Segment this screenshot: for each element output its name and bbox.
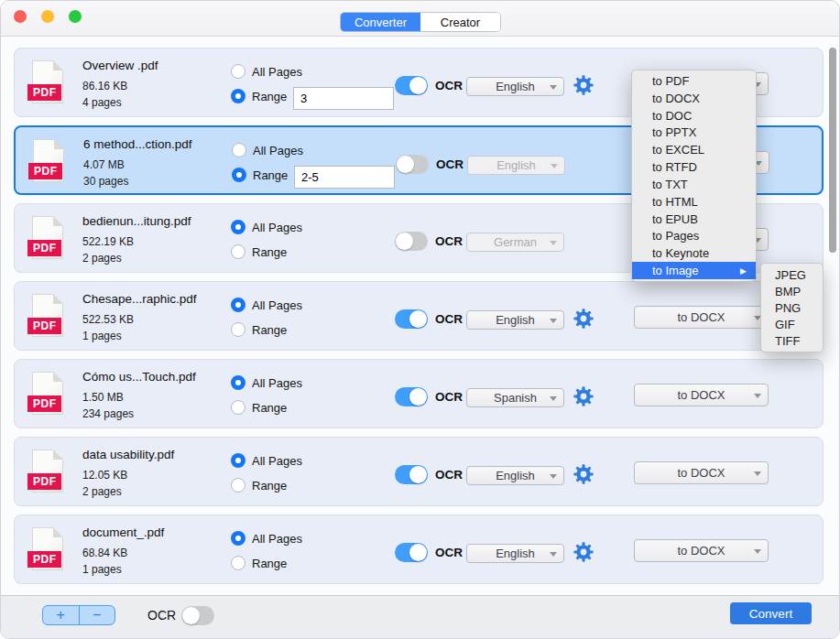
- menu-item[interactable]: to PDF: [632, 72, 756, 90]
- all-pages-label: All Pages: [253, 144, 303, 157]
- menu-item[interactable]: to PPTX: [632, 124, 756, 141]
- ocr-label: OCR: [435, 79, 463, 92]
- gear-icon[interactable]: [573, 542, 594, 562]
- file-size: 4.07 MB: [83, 158, 125, 171]
- range-radio[interactable]: Range: [231, 89, 287, 103]
- chevron-down-icon: [754, 549, 761, 554]
- file-name: data usability.pdf: [82, 448, 174, 461]
- pdf-badge: PDF: [27, 551, 61, 568]
- file-page-count: 4 pages: [82, 96, 122, 109]
- language-dropdown[interactable]: English: [467, 156, 565, 175]
- range-radio[interactable]: Range: [231, 478, 287, 493]
- all-pages-label: All Pages: [252, 532, 302, 546]
- output-format-value: to DOCX: [677, 544, 725, 558]
- file-row[interactable]: PDF document_.pdf 68.84 KB 1 pages All P…: [14, 514, 824, 584]
- ocr-toggle[interactable]: [395, 543, 428, 562]
- file-size: 12.05 KB: [82, 469, 127, 482]
- global-ocr-toggle[interactable]: [181, 606, 214, 625]
- menu-item[interactable]: to DOC: [632, 107, 756, 125]
- language-dropdown[interactable]: English: [466, 544, 564, 563]
- language-dropdown[interactable]: English: [466, 310, 564, 330]
- output-format-dropdown[interactable]: to DOCX: [634, 384, 769, 406]
- ocr-toggle[interactable]: [395, 232, 428, 251]
- all-pages-radio[interactable]: All Pages: [231, 375, 302, 390]
- zoom-button[interactable]: [69, 10, 82, 23]
- all-pages-radio[interactable]: All Pages: [231, 64, 302, 79]
- menu-item[interactable]: to DOCX: [632, 90, 756, 107]
- ocr-label: OCR: [435, 390, 463, 404]
- language-value: English: [496, 547, 535, 560]
- mode-segmented-control: Converter Creator: [340, 12, 501, 32]
- all-pages-radio[interactable]: All Pages: [231, 453, 302, 468]
- ocr-toggle[interactable]: [396, 155, 429, 174]
- range-label: Range: [252, 557, 287, 570]
- ocr-toggle[interactable]: [395, 76, 428, 95]
- file-row[interactable]: PDF Chesape...raphic.pdf 522.53 KB 1 pag…: [14, 281, 824, 351]
- output-format-menu: to PDFto DOCXto DOCto PPTXto EXCELto RTF…: [631, 70, 757, 282]
- all-pages-radio[interactable]: All Pages: [232, 143, 303, 157]
- file-size: 522.19 KB: [82, 235, 134, 248]
- menu-item[interactable]: to EPUB: [632, 211, 756, 228]
- submenu-item[interactable]: PNG: [761, 299, 823, 316]
- submenu-arrow-icon: ▶: [740, 266, 747, 276]
- ocr-toggle[interactable]: [395, 387, 428, 406]
- language-dropdown[interactable]: English: [466, 466, 564, 485]
- range-radio[interactable]: Range: [231, 556, 287, 570]
- submenu-item[interactable]: TIFF: [761, 332, 823, 349]
- range-radio[interactable]: Range: [231, 322, 287, 337]
- image-format-submenu: JPEGBMPPNGGIFTIFF: [760, 263, 824, 352]
- output-format-dropdown[interactable]: to DOCX: [634, 461, 769, 484]
- close-button[interactable]: [14, 10, 27, 23]
- file-name: document_.pdf: [82, 525, 164, 539]
- tab-converter[interactable]: Converter: [341, 13, 420, 31]
- gear-icon[interactable]: [573, 75, 594, 95]
- menu-item[interactable]: to Keynote: [632, 244, 756, 262]
- file-page-count: 1 pages: [82, 330, 122, 342]
- submenu-item[interactable]: GIF: [761, 316, 823, 332]
- add-file-button[interactable]: +: [43, 606, 79, 624]
- radio-icon: [231, 298, 245, 312]
- remove-file-button[interactable]: −: [79, 606, 115, 624]
- gear-icon[interactable]: [573, 464, 594, 484]
- submenu-item[interactable]: BMP: [761, 283, 823, 299]
- file-size: 1.50 MB: [82, 391, 124, 404]
- range-radio[interactable]: Range: [231, 400, 287, 415]
- file-name: 6 method...ction.pdf: [83, 137, 192, 151]
- submenu-item[interactable]: JPEG: [761, 266, 823, 283]
- footer-bar: + − OCR Convert: [1, 595, 839, 638]
- menu-item[interactable]: to HTML: [632, 193, 756, 211]
- scrollbar-thumb[interactable]: [829, 48, 836, 253]
- menu-item[interactable]: to RTFD: [632, 158, 756, 176]
- all-pages-radio[interactable]: All Pages: [231, 220, 302, 234]
- tab-creator[interactable]: Creator: [420, 13, 500, 31]
- output-format-dropdown[interactable]: to DOCX: [634, 306, 769, 329]
- convert-button[interactable]: Convert: [730, 602, 812, 624]
- language-dropdown[interactable]: Spanish: [466, 388, 564, 407]
- menu-item[interactable]: to EXCEL: [632, 141, 756, 158]
- radio-icon: [231, 400, 245, 415]
- minimize-button[interactable]: [41, 10, 54, 23]
- file-page-count: 1 pages: [82, 563, 122, 576]
- language-dropdown[interactable]: German: [466, 233, 564, 252]
- gear-icon[interactable]: [573, 386, 594, 406]
- file-name: Chesape...raphic.pdf: [82, 292, 197, 306]
- gear-icon[interactable]: [573, 309, 594, 329]
- all-pages-radio[interactable]: All Pages: [231, 298, 302, 312]
- menu-item[interactable]: to Pages: [632, 227, 756, 244]
- all-pages-radio[interactable]: All Pages: [231, 531, 302, 546]
- file-row[interactable]: PDF Cómo us...Touch.pdf 1.50 MB 234 page…: [14, 359, 824, 428]
- range-input[interactable]: [293, 87, 394, 110]
- range-input[interactable]: [294, 166, 395, 189]
- all-pages-label: All Pages: [252, 65, 302, 79]
- file-row[interactable]: PDF data usability.pdf 12.05 KB 2 pages …: [14, 437, 824, 506]
- output-format-dropdown[interactable]: to DOCX: [634, 539, 769, 562]
- menu-item[interactable]: to TXT: [632, 176, 756, 193]
- ocr-toggle[interactable]: [395, 309, 428, 329]
- language-dropdown[interactable]: English: [466, 77, 564, 96]
- menu-item[interactable]: to Image▶: [632, 262, 756, 279]
- ocr-toggle[interactable]: [395, 465, 428, 484]
- pdf-fold-corner: [54, 139, 64, 149]
- language-value: English: [496, 313, 535, 327]
- range-radio[interactable]: Range: [231, 244, 287, 259]
- range-radio[interactable]: Range: [232, 168, 288, 182]
